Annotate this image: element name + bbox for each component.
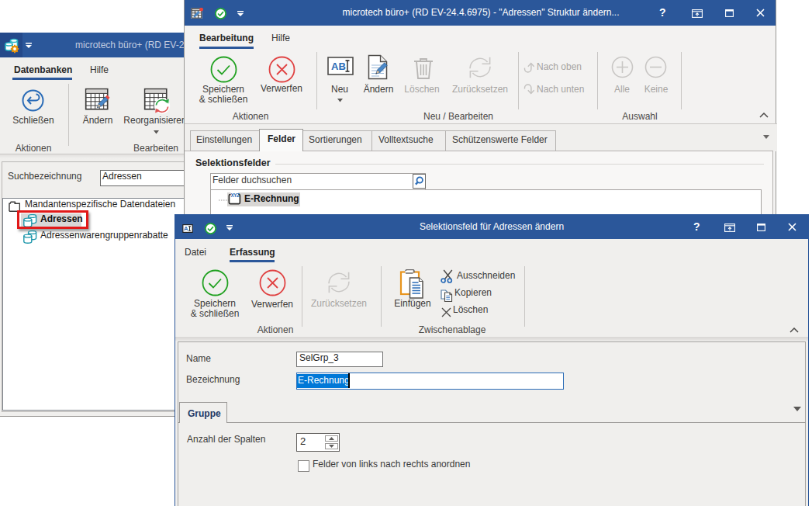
svg-text:A: A [184, 225, 188, 232]
svg-text:AB: AB [331, 61, 346, 72]
svg-text:XYZ: XYZ [230, 192, 240, 198]
